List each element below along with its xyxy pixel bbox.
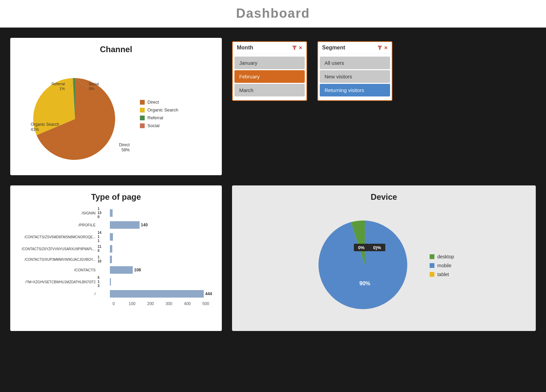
social-label: Social (89, 82, 99, 86)
channel-pie-container: Direct 58% Organic Search 41% Referral 1… (17, 59, 133, 168)
table-row: /PROFILE 140 (20, 220, 212, 230)
month-item-february[interactable]: February (234, 70, 305, 83)
direct-pct: 58% (121, 148, 130, 152)
segment-filter-list: All users New visitors Returning visitor… (318, 54, 392, 100)
organic-label: Organic Search (31, 122, 59, 127)
legend-desktop: desktop (430, 254, 454, 259)
bar-fill-contacts2 (110, 245, 112, 253)
device-label-0pct: 0% (358, 245, 365, 250)
x-tick-300: 300 (160, 301, 178, 306)
referral-label: Referral (52, 82, 65, 86)
bar-label-root: / (20, 292, 96, 296)
direct-label: Direct (119, 142, 130, 147)
bar-track-profile: 140 (110, 220, 212, 230)
legend-organic: Organic Search (140, 107, 178, 112)
legend-tablet: tablet (430, 272, 454, 277)
x-axis: 0 100 200 300 400 500 (104, 301, 215, 306)
filter-funnel-icon (292, 45, 297, 50)
bar-chart: /SIGNIN 1 13 0 /PROFILE 140 (17, 207, 215, 299)
legend-label-social: Social (147, 123, 159, 128)
legend-social: Social (140, 123, 178, 128)
bar-fill-contacts (110, 266, 133, 274)
legend-label-desktop: desktop (437, 254, 454, 259)
bar-label-qm: /?M=XZGHVSETCBWHU1MZDATHLBN7I3T2 (20, 280, 96, 284)
segment-filter-title: Segment (322, 45, 345, 51)
month-filter: Month ✕ January February March (232, 41, 307, 101)
x-tick-100: 100 (123, 301, 141, 306)
social-pct: 0% (89, 87, 94, 91)
device-chart-area: 0% 0)% 90% desktop mobile (239, 207, 529, 324)
month-filter-title: Month (237, 45, 253, 51)
bar-number-root: 444 (205, 291, 212, 296)
filter-area: Month ✕ January February March Segment (232, 38, 536, 175)
segment-item-newvisitors[interactable]: New visitors (320, 70, 390, 83)
bar-label-contacts1: /CONTACTS/ZSV5MD6FMSN8MCNOROQE... (20, 235, 96, 239)
channel-chart-area: Direct 58% Organic Search 41% Referral 1… (17, 59, 215, 168)
table-row: /?M=XZGHVSETCBWHU1MZDATHLBN7I3T2 5 1 3 (20, 276, 212, 288)
table-row: /CONTACTS/ZSV5MD6FMSN8MCNOROQE... 14 1 1 (20, 231, 212, 243)
segment-filter: Segment ✕ All users New visitors Returni… (317, 41, 392, 101)
bar-values-contacts2: 11 5 (98, 245, 108, 253)
legend-referral: Referral (140, 115, 178, 120)
bar-values-contacts1: 14 1 1 (98, 231, 108, 243)
x-tick-0: 0 (104, 301, 123, 306)
organic-pct: 41% (31, 127, 39, 132)
dashboard-header: Dashboard (0, 0, 546, 28)
table-row: /CONTACTS/Z6YZFVVNYUSARXU9P9P8APL... 11 … (20, 244, 212, 254)
referral-pct: 1% (59, 87, 65, 91)
bar-fill-qm (110, 278, 111, 286)
bar-track-signin (110, 208, 212, 218)
page-title: Dashboard (0, 6, 546, 21)
svg-marker-1 (377, 46, 382, 50)
segment-filter-icon[interactable]: ✕ (377, 45, 388, 50)
svg-marker-0 (292, 46, 297, 50)
month-item-march[interactable]: March (234, 84, 305, 96)
bar-track-contacts1 (110, 232, 212, 242)
legend-direct: Direct (140, 100, 178, 105)
segment-item-allusers[interactable]: All users (320, 57, 390, 69)
bar-track-contacts: 108 (110, 265, 212, 275)
segment-clear-x[interactable]: ✕ (384, 45, 388, 50)
segment-filter-header: Segment ✕ (318, 42, 392, 54)
bar-fill-contacts1 (110, 233, 113, 241)
legend-dot-social (140, 123, 145, 128)
channel-pie-svg: Direct 58% Organic Search 41% Referral 1… (17, 59, 133, 168)
month-filter-list: January February March (233, 54, 306, 100)
legend-dot-direct (140, 100, 145, 105)
segment-item-returningvisitors[interactable]: Returning visitors (320, 84, 390, 96)
month-filter-icon[interactable]: ✕ (292, 45, 302, 50)
bar-number-profile: 140 (141, 223, 148, 227)
bar-track-qm (110, 277, 212, 287)
filter-clear-x[interactable]: ✕ (299, 45, 302, 50)
legend-dot-organic (140, 108, 145, 112)
bar-values-contacts3: 1 10 (98, 255, 108, 263)
segment-funnel-icon (377, 45, 383, 50)
month-item-january[interactable]: January (234, 57, 305, 69)
bar-fill-contacts3 (110, 256, 112, 263)
legend-dot-referral (140, 116, 145, 120)
bar-label-signin: /SIGNIN (20, 211, 96, 215)
bar-number-contacts: 108 (134, 268, 141, 272)
x-tick-200: 200 (141, 301, 160, 306)
bar-fill-root (110, 290, 204, 298)
type-of-page-card: Type of page /SIGNIN 1 13 0 /PROFILE (10, 185, 222, 331)
bar-track-contacts2 (110, 244, 212, 254)
legend-dot-tablet (430, 272, 434, 277)
x-tick-400: 400 (178, 301, 197, 306)
device-pie-container: 0% 0)% 90% (314, 214, 416, 317)
table-row: /SIGNIN 1 13 0 (20, 207, 212, 219)
channel-title: Channel (17, 45, 215, 54)
legend-label-organic: Organic Search (147, 107, 178, 112)
bar-track-root: 444 (110, 289, 212, 299)
legend-label-referral: Referral (147, 115, 163, 120)
month-filter-header: Month ✕ (233, 42, 306, 54)
legend-dot-mobile (430, 263, 434, 268)
legend-mobile: mobile (430, 263, 454, 268)
bar-values-signin: 1 13 0 (98, 207, 108, 219)
table-row: /CONTACTS/XUP3MMWVW9GJACJGVBOY... 1 10 (20, 255, 212, 264)
legend-label-tablet: tablet (437, 272, 449, 277)
channel-legend: Direct Organic Search Referral Social (140, 100, 178, 128)
bar-fill-signin (110, 209, 113, 217)
x-tick-500: 500 (197, 301, 215, 306)
bar-label-contacts2: /CONTACTS/Z6YZFVVNYUSARXU9P9P8APL... (20, 247, 96, 251)
